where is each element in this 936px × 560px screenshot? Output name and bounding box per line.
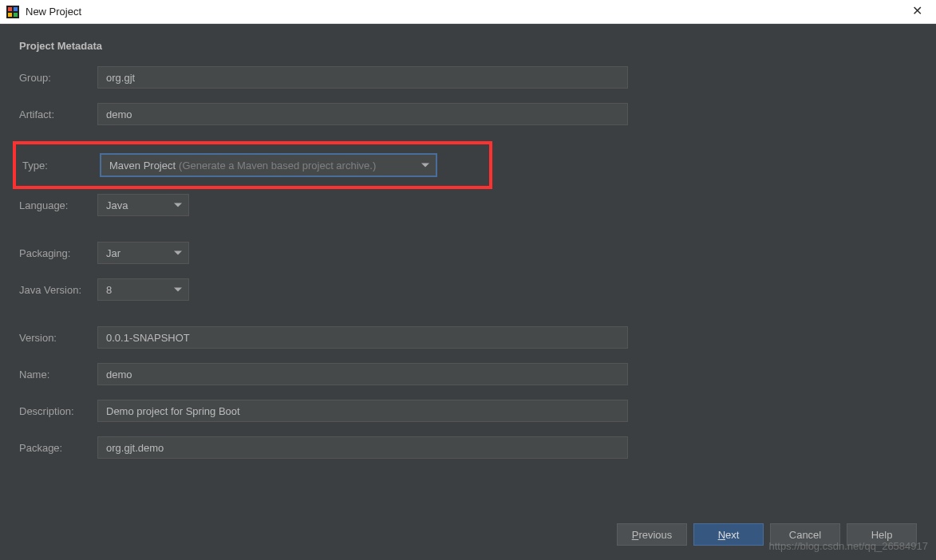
language-label: Language: [19, 199, 97, 211]
titlebar: New Project ✕ [0, 0, 936, 24]
version-input[interactable] [97, 326, 628, 349]
help-button[interactable]: Help [847, 523, 917, 546]
artifact-input[interactable] [97, 103, 628, 125]
packaging-label: Packaging: [19, 247, 97, 259]
window-title: New Project [26, 6, 81, 18]
package-input[interactable] [97, 436, 628, 459]
button-bar: Previous Next Cancel Help [617, 523, 917, 546]
row-description: Description: [19, 400, 917, 422]
language-select[interactable]: Java [97, 194, 189, 216]
svg-rect-4 [14, 13, 18, 17]
language-value: Java [106, 199, 128, 211]
svg-rect-1 [8, 7, 12, 11]
type-hint: (Generate a Maven based project archive.… [179, 160, 376, 172]
row-type: Type: Maven Project (Generate a Maven ba… [22, 154, 483, 176]
row-language: Language: Java [19, 194, 917, 216]
row-version: Version: [19, 326, 917, 349]
svg-rect-2 [14, 7, 18, 11]
type-label: Type: [22, 160, 101, 172]
group-label: Group: [19, 72, 97, 84]
previous-button[interactable]: Previous [617, 523, 687, 546]
row-artifact: Artifact: [19, 103, 917, 125]
chevron-down-icon [174, 288, 182, 292]
row-name: Name: [19, 363, 917, 385]
chevron-down-icon [421, 164, 429, 168]
dialog-body: Project Metadata Group: Artifact: Type: … [0, 24, 936, 560]
row-group: Group: [19, 66, 917, 89]
type-select[interactable]: Maven Project (Generate a Maven based pr… [101, 154, 436, 176]
java-version-select[interactable]: 8 [97, 278, 189, 301]
package-label: Package: [19, 442, 97, 454]
artifact-label: Artifact: [19, 108, 97, 120]
packaging-value: Jar [106, 247, 120, 259]
name-input[interactable] [97, 363, 628, 385]
name-label: Name: [19, 369, 97, 381]
packaging-select[interactable]: Jar [97, 242, 189, 264]
next-button[interactable]: Next [693, 523, 764, 546]
row-packaging: Packaging: Jar [19, 242, 917, 264]
close-icon[interactable]: ✕ [907, 3, 926, 18]
app-icon [6, 6, 19, 18]
java-version-label: Java Version: [19, 284, 97, 296]
chevron-down-icon [174, 203, 182, 207]
version-label: Version: [19, 332, 97, 344]
section-title: Project Metadata [19, 40, 917, 52]
chevron-down-icon [174, 251, 182, 255]
row-package: Package: [19, 436, 917, 459]
group-input[interactable] [97, 66, 628, 89]
type-highlight-box: Type: Maven Project (Generate a Maven ba… [13, 141, 492, 189]
row-java-version: Java Version: 8 [19, 278, 917, 301]
svg-rect-3 [8, 13, 12, 17]
type-value: Maven Project [109, 160, 176, 172]
java-version-value: 8 [106, 284, 112, 296]
cancel-button[interactable]: Cancel [770, 523, 840, 546]
description-label: Description: [19, 405, 97, 417]
description-input[interactable] [97, 400, 628, 422]
